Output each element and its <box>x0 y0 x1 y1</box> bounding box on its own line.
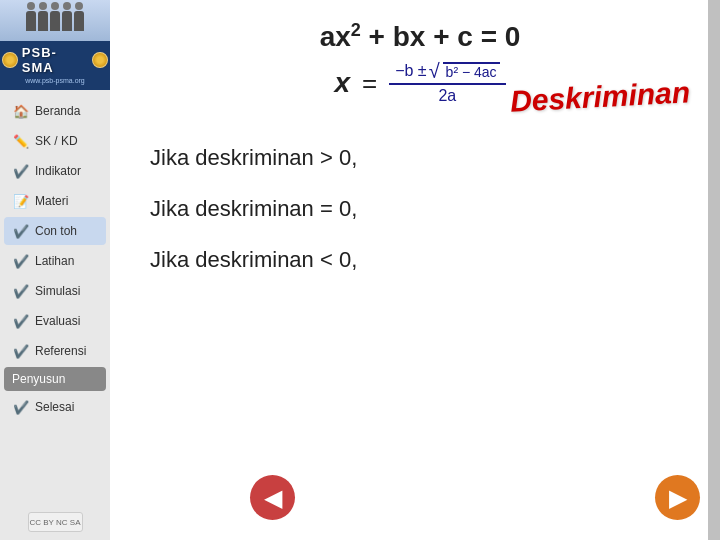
sidebar-item-latihan[interactable]: ✔️ Latihan <box>4 247 106 275</box>
cc-badge: CC BY NC SA <box>28 512 83 532</box>
check-icon-4: ✔️ <box>12 282 30 300</box>
x-variable: x <box>334 67 350 99</box>
sidebar-item-label: Beranda <box>35 104 80 118</box>
nav-arrows: ◀ ▶ <box>110 475 720 520</box>
cc-text: CC BY NC SA <box>30 518 81 527</box>
condition-text-1: Jika deskriminan > 0, <box>150 145 357 171</box>
exp-2: 2 <box>351 20 361 40</box>
sqrt-content: b² − 4ac <box>443 62 500 80</box>
sidebar-item-label: Selesai <box>35 400 74 414</box>
sidebar-item-indikator[interactable]: ✔️ Indikator <box>4 157 106 185</box>
fraction-box: −b ± √ b² − 4ac 2a <box>389 61 505 105</box>
condition-row-1: Jika deskriminan > 0, <box>150 145 690 171</box>
sidebar-item-penyusun[interactable]: Penyusun <box>4 367 106 391</box>
logo-image <box>0 0 110 41</box>
sidebar-item-label: Referensi <box>35 344 86 358</box>
sidebar: PSB-SMA www.psb-psma.org 🏠 Beranda ✏️ SK… <box>0 0 110 540</box>
minus-b-text: −b ± <box>395 62 426 80</box>
sidebar-item-label: Indikator <box>35 164 81 178</box>
edit-icon: ✏️ <box>12 132 30 150</box>
condition-text-3: Jika deskriminan < 0, <box>150 247 357 273</box>
psb-emblem-right <box>92 52 108 68</box>
back-button[interactable]: ◀ <box>250 475 295 520</box>
equals-sign: = <box>362 68 377 99</box>
pencil-icon: 📝 <box>12 192 30 210</box>
sqrt-sign: √ <box>429 61 440 81</box>
sidebar-footer: CC BY NC SA <box>0 504 110 540</box>
sidebar-item-label: Simulasi <box>35 284 80 298</box>
sidebar-item-referensi[interactable]: ✔️ Referensi <box>4 337 106 365</box>
check-icon-3: ✔️ <box>12 252 30 270</box>
sidebar-nav: 🏠 Beranda ✏️ SK / KD ✔️ Indikator 📝 Mate… <box>0 90 110 504</box>
sidebar-item-evaluasi[interactable]: ✔️ Evaluasi <box>4 307 106 335</box>
psb-sma-text: PSB-SMA <box>22 45 88 75</box>
sidebar-item-label: Penyusun <box>12 372 65 386</box>
sidebar-item-label: SK / KD <box>35 134 78 148</box>
check-icon: ✔️ <box>12 162 30 180</box>
fraction-numerator: −b ± √ b² − 4ac <box>389 61 505 85</box>
student-3 <box>50 11 60 31</box>
sidebar-item-label: Con toh <box>35 224 77 238</box>
student-1 <box>26 11 36 31</box>
condition-row-2: Jika deskriminan = 0, <box>150 196 690 222</box>
check-icon-7: ✔️ <box>12 398 30 416</box>
check-icon-2: ✔️ <box>12 222 30 240</box>
main-content: ax2 + bx + c = 0 x = −b ± √ b² − 4ac 2a <box>110 0 720 540</box>
fraction-denominator: 2a <box>432 85 462 105</box>
condition-text-2: Jika deskriminan = 0, <box>150 196 357 222</box>
psb-website: www.psb-psma.org <box>23 75 87 86</box>
logo-students <box>26 11 84 31</box>
student-2 <box>38 11 48 31</box>
psb-emblem-left <box>2 52 18 68</box>
content-body: Jika deskriminan > 0, Jika deskriminan =… <box>150 145 690 273</box>
sidebar-item-label: Materi <box>35 194 68 208</box>
sidebar-item-selesai[interactable]: ✔️ Selesai <box>4 393 106 421</box>
student-4 <box>62 11 72 31</box>
check-icon-6: ✔️ <box>12 342 30 360</box>
sidebar-item-label: Evaluasi <box>35 314 80 328</box>
sidebar-item-label: Latihan <box>35 254 74 268</box>
psb-sma-badge: PSB-SMA www.psb-psma.org <box>0 41 110 90</box>
ax2-equation: ax2 + bx + c = 0 <box>150 20 690 53</box>
sidebar-item-simulasi[interactable]: ✔️ Simulasi <box>4 277 106 305</box>
next-button[interactable]: ▶ <box>655 475 700 520</box>
sidebar-item-contoh[interactable]: ✔️ Con toh <box>4 217 106 245</box>
check-icon-5: ✔️ <box>12 312 30 330</box>
sidebar-item-sk-kd[interactable]: ✏️ SK / KD <box>4 127 106 155</box>
sidebar-logo: PSB-SMA www.psb-psma.org <box>0 0 110 90</box>
denominator-text: 2a <box>438 87 456 104</box>
condition-row-3: Jika deskriminan < 0, <box>150 247 690 273</box>
home-icon: 🏠 <box>12 102 30 120</box>
sidebar-item-beranda[interactable]: 🏠 Beranda <box>4 97 106 125</box>
sidebar-item-materi[interactable]: 📝 Materi <box>4 187 106 215</box>
right-strip <box>708 0 720 540</box>
student-5 <box>74 11 84 31</box>
psb-logo-row: PSB-SMA <box>2 45 108 75</box>
